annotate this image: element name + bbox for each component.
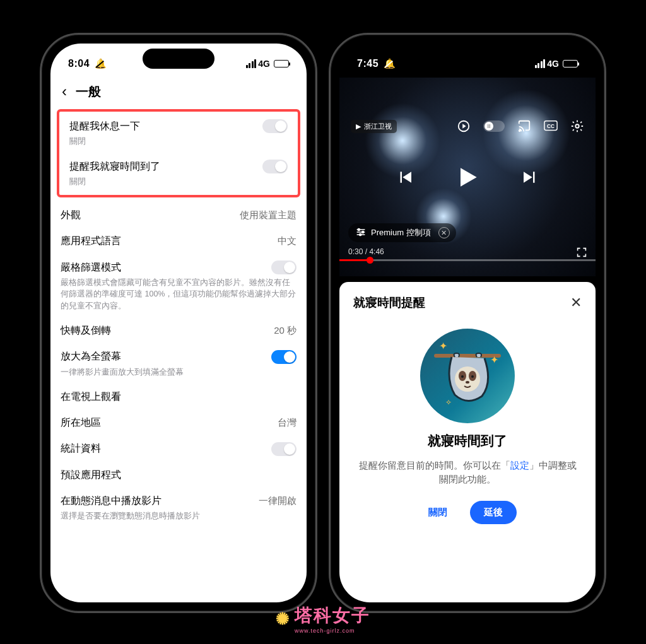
cellular-icon bbox=[535, 59, 546, 68]
setting-label: 提醒我就寢時間到了 bbox=[69, 160, 160, 173]
toggle-zoom-fullscreen[interactable] bbox=[271, 350, 297, 364]
star-icon: ✦ bbox=[439, 340, 447, 352]
sheet-title: 就寢時間到了 bbox=[353, 432, 582, 450]
setting-sub: 嚴格篩選模式會隱藏可能含有兒童不宜內容的影片。雖然沒有任何篩選器的準確度可達 1… bbox=[61, 277, 297, 311]
watermark-text: 塔科女子 bbox=[295, 606, 370, 625]
svg-point-7 bbox=[362, 231, 364, 233]
close-button[interactable]: ✕ bbox=[570, 295, 582, 311]
playback-controls bbox=[396, 163, 539, 191]
highlight-box: 提醒我休息一下 關閉 提醒我就寢時間到了 關閉 bbox=[57, 109, 300, 197]
setting-label: 放大為全螢幕 bbox=[61, 350, 121, 363]
sliders-icon bbox=[356, 228, 366, 238]
setting-label: 快轉及倒轉 bbox=[61, 324, 111, 337]
setting-value: 使用裝置主題 bbox=[240, 209, 297, 221]
setting-watch-on-tv[interactable]: 在電視上觀看 bbox=[50, 384, 307, 410]
setting-label: 嚴格篩選模式 bbox=[61, 261, 121, 274]
close-chip-button[interactable]: ✕ bbox=[438, 227, 450, 238]
svg-point-14 bbox=[471, 375, 474, 378]
silent-icon: 🔔 bbox=[384, 58, 396, 69]
gear-icon[interactable] bbox=[570, 119, 584, 133]
setting-remind-bedtime[interactable]: 提醒我就寢時間到了 關閉 bbox=[59, 153, 298, 194]
setting-restricted-mode[interactable]: 嚴格篩選模式 嚴格篩選模式會隱藏可能含有兒童不宜內容的影片。雖然沒有任何篩選器的… bbox=[50, 254, 307, 317]
battery-icon bbox=[274, 60, 289, 67]
svg-point-15 bbox=[466, 381, 469, 383]
setting-sub: 關閉 bbox=[69, 176, 288, 187]
setting-label: 所在地區 bbox=[61, 416, 101, 430]
network-label: 4G bbox=[258, 59, 270, 69]
setting-label: 提醒我休息一下 bbox=[69, 120, 140, 133]
setting-sub: 關閉 bbox=[69, 136, 288, 147]
svg-text:CC: CC bbox=[547, 124, 555, 129]
toggle-stats[interactable] bbox=[271, 442, 297, 456]
sheet-buttons: 關閉 延後 bbox=[353, 501, 582, 524]
toggle-remind-break[interactable] bbox=[262, 119, 288, 133]
status-time: 7:45 🔔 bbox=[357, 58, 396, 69]
setting-value: 20 秒 bbox=[274, 325, 297, 337]
svg-point-5 bbox=[575, 124, 579, 128]
loop-icon[interactable] bbox=[457, 119, 471, 133]
dismiss-button[interactable]: 關閉 bbox=[418, 501, 457, 524]
setting-value: 台灣 bbox=[278, 417, 297, 429]
setting-autoplay-feed[interactable]: 在動態消息中播放影片 一律開啟 選擇是否要在瀏覽動態消息時播放影片 bbox=[50, 488, 307, 528]
setting-sub: 一律將影片畫面放大到填滿全螢幕 bbox=[61, 366, 297, 378]
bedtime-sheet: 就寢時間提醒 ✕ ✦ ✦ ✧ bbox=[339, 282, 596, 602]
play-button[interactable] bbox=[454, 163, 481, 191]
svg-marker-1 bbox=[462, 124, 466, 128]
status-right: 4G bbox=[535, 59, 578, 69]
broadcast-icon: ▶ bbox=[356, 122, 361, 131]
setting-label: 在電視上觀看 bbox=[61, 390, 121, 404]
time-elapsed: 0:30 / 4:46 bbox=[348, 247, 384, 257]
star-icon: ✧ bbox=[445, 398, 452, 407]
setting-sub: 選擇是否要在瀏覽動態消息時播放影片 bbox=[61, 510, 297, 522]
header-title: 一般 bbox=[76, 83, 101, 100]
star-icon: ✦ bbox=[490, 354, 498, 366]
battery-icon bbox=[563, 60, 578, 67]
setting-stats[interactable]: 統計資料 bbox=[50, 436, 307, 462]
next-button[interactable] bbox=[520, 168, 539, 187]
svg-point-6 bbox=[358, 228, 360, 230]
settings-link[interactable]: 設定 bbox=[510, 460, 529, 471]
toggle-restricted[interactable] bbox=[271, 261, 297, 274]
snooze-button[interactable]: 延後 bbox=[470, 501, 517, 524]
setting-label: 統計資料 bbox=[61, 442, 101, 455]
setting-default-app[interactable]: 預設應用程式 bbox=[50, 462, 307, 488]
video-player[interactable]: ▶ 浙江卫视 II CC bbox=[339, 78, 596, 276]
setting-zoom-fullscreen[interactable]: 放大為全螢幕 一律將影片畫面放大到填滿全螢幕 bbox=[50, 344, 307, 384]
setting-region[interactable]: 所在地區 台灣 bbox=[50, 410, 307, 436]
watermark: ✺ 塔科女子 www.tech-girlz.com bbox=[276, 604, 370, 634]
cast-icon[interactable] bbox=[517, 119, 531, 133]
status-right: 4G bbox=[246, 59, 289, 69]
premium-chip[interactable]: Premium 控制項 ✕ bbox=[348, 223, 456, 242]
fullscreen-icon[interactable] bbox=[577, 247, 587, 257]
setting-remind-break[interactable]: 提醒我休息一下 關閉 bbox=[59, 113, 298, 153]
toggle-remind-bedtime[interactable] bbox=[262, 160, 288, 173]
progress-bar[interactable] bbox=[339, 259, 596, 261]
svg-point-13 bbox=[461, 375, 464, 378]
previous-button[interactable] bbox=[396, 168, 414, 187]
status-time: 8:04 🔔 bbox=[68, 58, 107, 69]
setting-seek[interactable]: 快轉及倒轉 20 秒 bbox=[50, 318, 307, 344]
premium-label: Premium 控制項 bbox=[371, 227, 431, 238]
silent-icon: 🔔 bbox=[95, 58, 107, 69]
sheet-illustration: ✦ ✦ ✧ bbox=[353, 329, 582, 423]
network-label: 4G bbox=[547, 59, 559, 69]
cc-icon[interactable]: CC bbox=[544, 119, 558, 133]
setting-appearance[interactable]: 外觀 使用裝置主題 bbox=[50, 201, 307, 228]
svg-point-8 bbox=[360, 233, 361, 235]
screen-left: 8:04 🔔 4G ‹ 一般 提醒我休息一下 bbox=[50, 44, 307, 602]
svg-point-2 bbox=[519, 130, 520, 131]
setting-label: 外觀 bbox=[61, 209, 81, 222]
cellular-icon bbox=[246, 59, 257, 68]
time-bar: 0:30 / 4:46 bbox=[348, 247, 587, 257]
setting-value: 中文 bbox=[278, 235, 297, 247]
back-button[interactable]: ‹ bbox=[59, 83, 69, 100]
header: ‹ 一般 bbox=[50, 78, 307, 108]
logo-gear-icon: ✺ bbox=[276, 609, 291, 629]
setting-label: 在動態消息中播放影片 bbox=[61, 495, 162, 508]
setting-app-language[interactable]: 應用程式語言 中文 bbox=[50, 228, 307, 254]
watermark-url: www.tech-girlz.com bbox=[295, 628, 370, 634]
phone-left: 8:04 🔔 4G ‹ 一般 提醒我休息一下 bbox=[40, 33, 317, 613]
channel-tag: ▶ 浙江卫视 bbox=[351, 120, 397, 133]
autoplay-toggle[interactable]: II bbox=[483, 120, 505, 132]
phone-right: 7:45 🔔 4G ▶ 浙江卫视 bbox=[329, 33, 606, 613]
